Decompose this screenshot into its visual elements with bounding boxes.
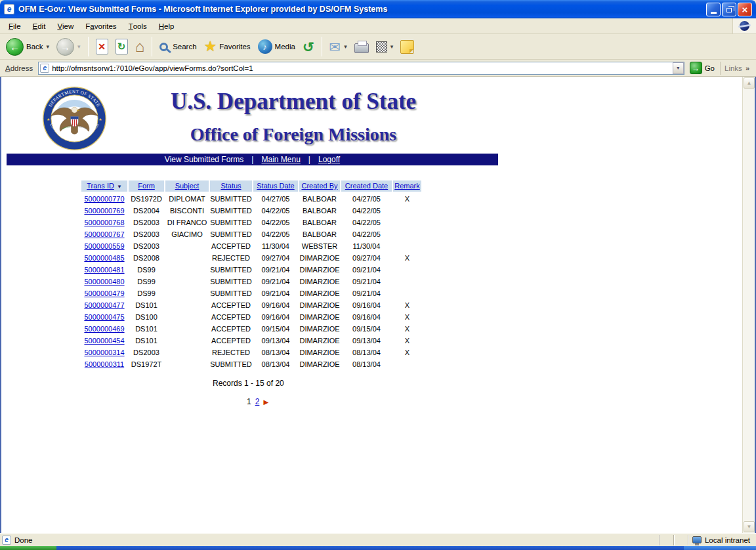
back-dropdown-caret[interactable]: ▾ xyxy=(47,43,50,50)
cell: DS2003 xyxy=(129,217,164,228)
column-header-created-date[interactable]: Created Date xyxy=(341,180,392,192)
column-header-trans-id[interactable]: Trans ID▼ xyxy=(81,180,127,192)
status-text: Done xyxy=(14,536,33,544)
cell: DI FRANCO xyxy=(165,217,209,228)
trans-id-link[interactable]: 5000000314 xyxy=(81,347,127,358)
cell xyxy=(393,205,421,217)
stop-button[interactable]: ✕ xyxy=(94,37,110,56)
edit-dropdown-caret[interactable]: ▾ xyxy=(390,43,394,50)
back-button[interactable]: ← Back ▾ xyxy=(4,37,51,57)
column-header-status[interactable]: Status xyxy=(210,180,252,192)
trans-id-link[interactable]: 5000000479 xyxy=(81,287,127,299)
cell: DS101 xyxy=(129,299,164,311)
address-input[interactable] xyxy=(49,64,672,72)
go-button[interactable]: → Go xyxy=(687,62,717,74)
menu-tools[interactable]: Tools xyxy=(123,18,153,33)
column-header-form[interactable]: Form xyxy=(129,180,164,192)
status-pane xyxy=(673,535,688,545)
table-row: 5000000454DS101ACCEPTED09/13/04DIMARZIOE… xyxy=(81,335,421,347)
print-button[interactable] xyxy=(352,39,371,54)
records-count: Records 1 - 15 of 20 xyxy=(213,379,284,388)
trans-id-link[interactable]: 5000000767 xyxy=(81,228,127,240)
table-row: 5000000485DS2008REJECTED09/27/04DIMARZIO… xyxy=(81,252,421,264)
scroll-up-button[interactable]: ▲ xyxy=(744,77,755,89)
address-input-wrap: e ▾ xyxy=(38,62,684,75)
page-favicon: e xyxy=(40,64,49,73)
discuss-button[interactable] xyxy=(398,39,416,55)
menu-edit[interactable]: Edit xyxy=(27,18,52,33)
cell: DS2003 xyxy=(129,228,164,240)
brand-zone xyxy=(732,18,756,33)
security-zone-pane: Local intranet xyxy=(688,535,754,545)
trans-id-link[interactable]: 5000000454 xyxy=(81,335,127,347)
trans-id-link[interactable]: 5000000770 xyxy=(81,193,127,205)
cell: REJECTED xyxy=(210,347,252,358)
menu-view[interactable]: View xyxy=(51,18,79,33)
cell: 08/13/04 xyxy=(341,358,392,370)
trans-id-link[interactable]: 5000000559 xyxy=(81,240,127,252)
menu-file[interactable]: File xyxy=(3,18,27,33)
menu-favorites[interactable]: Favorites xyxy=(79,18,122,33)
favorites-button[interactable]: ★ Favorites xyxy=(202,38,253,55)
toolbar-separator xyxy=(322,37,322,56)
links-zone[interactable]: Links » xyxy=(720,62,753,75)
trans-id-link[interactable]: 5000000485 xyxy=(81,252,127,264)
nav-separator: | xyxy=(251,155,253,164)
cell: 04/22/05 xyxy=(253,228,298,240)
table-body: 5000000770DS1972DDIPLOMATSUBMITTED04/27/… xyxy=(81,193,421,370)
table-row: 5000000475DS100ACCEPTED09/16/04DIMARZIOE… xyxy=(81,311,421,323)
cell: 09/13/04 xyxy=(253,335,298,347)
vertical-scrollbar[interactable]: ▲ ▼ xyxy=(742,77,755,533)
cell: 09/16/04 xyxy=(253,311,298,323)
mail-button[interactable]: ✉ ▾ xyxy=(327,39,349,55)
minimize-button[interactable] xyxy=(706,3,721,16)
menu-items: FileEditViewFavoritesToolsHelp xyxy=(0,18,732,33)
cell: 09/15/04 xyxy=(253,323,298,335)
column-header-status-date[interactable]: Status Date xyxy=(253,180,298,192)
trans-id-link[interactable]: 5000000481 xyxy=(81,264,127,276)
trans-id-link[interactable]: 5000000469 xyxy=(81,323,127,335)
refresh-icon: ↻ xyxy=(116,39,128,54)
ie-document-icon: e xyxy=(4,4,14,14)
mail-dropdown-caret[interactable]: ▾ xyxy=(344,43,347,50)
cell: SUBMITTED xyxy=(210,228,252,240)
cell xyxy=(165,264,209,276)
trans-id-link[interactable]: 5000000311 xyxy=(81,358,127,370)
close-button[interactable]: × xyxy=(738,3,752,16)
status-pane xyxy=(659,535,673,545)
trans-id-link[interactable]: 5000000769 xyxy=(81,205,127,217)
next-page-icon[interactable]: ▶ xyxy=(263,398,268,406)
cell: DS101 xyxy=(129,335,164,347)
cell: X xyxy=(393,347,421,358)
column-header-remark[interactable]: Remark xyxy=(393,180,421,192)
nav-logoff-link[interactable]: Logoff xyxy=(318,155,340,164)
home-button[interactable]: ⌂ xyxy=(133,37,147,56)
table-row: 5000000481DS99SUBMITTED09/21/04DIMARZIOE… xyxy=(81,264,421,276)
refresh-button[interactable]: ↻ xyxy=(114,37,130,56)
restore-button[interactable] xyxy=(722,3,736,16)
trans-id-link[interactable]: 5000000475 xyxy=(81,311,127,323)
forward-button[interactable]: → ▾ xyxy=(54,37,83,57)
svg-text:★: ★ xyxy=(47,117,50,121)
media-button[interactable]: ♪ Media xyxy=(256,38,297,55)
trans-id-link[interactable]: 5000000477 xyxy=(81,299,127,311)
cell: ACCEPTED xyxy=(210,323,252,335)
start-button-edge[interactable] xyxy=(0,546,56,550)
brand-logo-icon xyxy=(740,21,749,31)
trans-id-link[interactable]: 5000000480 xyxy=(81,276,127,287)
page-2-link[interactable]: 2 xyxy=(255,397,260,406)
history-button[interactable]: ↺ xyxy=(301,39,316,55)
column-header-created-by[interactable]: Created By xyxy=(299,180,340,192)
trans-id-link[interactable]: 5000000768 xyxy=(81,217,127,228)
menu-help[interactable]: Help xyxy=(153,18,180,33)
scroll-down-button[interactable]: ▼ xyxy=(744,521,755,532)
column-header-subject[interactable]: Subject xyxy=(165,180,209,192)
address-dropdown-button[interactable]: ▾ xyxy=(673,62,684,74)
favorites-star-icon: ★ xyxy=(204,39,217,54)
svg-text:★: ★ xyxy=(98,117,102,121)
table-row: 5000000480DS99SUBMITTED09/21/04DIMARZIOE… xyxy=(81,276,421,287)
edit-button[interactable]: ▾ xyxy=(374,40,396,54)
dos-seal: DEPARTMENT OF STATE UNITED STATES OF AME… xyxy=(42,86,107,151)
search-button[interactable]: Search xyxy=(158,41,198,53)
nav-main-menu-link[interactable]: Main Menu xyxy=(261,155,300,164)
